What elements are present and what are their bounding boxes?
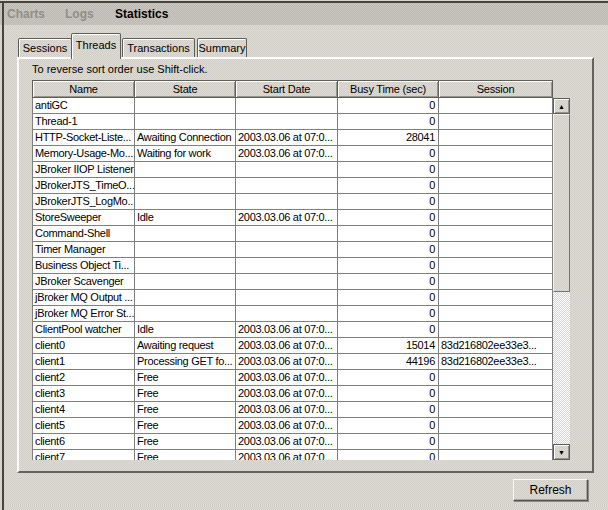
cell-busy_time: 0: [338, 258, 439, 274]
scroll-up-button[interactable]: ▲: [553, 98, 570, 114]
cell-busy_time: 0: [338, 434, 439, 450]
cell-start_date: 2003.03.06 at 07:0...: [236, 210, 338, 226]
cell-name: JBrokerJTS_TimeO...: [33, 178, 135, 194]
cell-session: [439, 418, 553, 434]
cell-name: Memory-Usage-Mo...: [33, 146, 135, 162]
cell-name: client3: [33, 386, 135, 402]
cell-state: [135, 258, 236, 274]
table-row[interactable]: Thread-10: [33, 114, 553, 130]
cell-busy_time: 15014: [338, 338, 439, 354]
table-row[interactable]: ClientPool watcherIdle2003.03.06 at 07:0…: [33, 322, 553, 338]
cell-state: Processing GET fo...: [135, 354, 236, 370]
cell-start_date: [236, 114, 338, 130]
column-header-state[interactable]: State: [135, 80, 236, 98]
table-row[interactable]: JBroker Scavenger0: [33, 274, 553, 290]
cell-busy_time: 0: [338, 210, 439, 226]
cell-start_date: 2003.03.06 at 07:0...: [236, 418, 338, 434]
cell-start_date: [236, 290, 338, 306]
column-header-name[interactable]: Name: [32, 80, 135, 98]
cell-state: Awaiting request: [135, 338, 236, 354]
cell-start_date: [236, 306, 338, 322]
table-row[interactable]: antiGC0: [33, 98, 553, 114]
cell-session: [439, 130, 553, 146]
cell-name: JBroker IIOP Listener: [33, 162, 135, 178]
cell-start_date: 2003.03.06 at 07:0...: [236, 386, 338, 402]
scroll-up-icon: ▲: [558, 103, 565, 110]
table-row[interactable]: client7Free2003.03.06 at 07:0...0: [33, 450, 553, 460]
cell-busy_time: 44196: [338, 354, 439, 370]
column-header-session[interactable]: Session: [439, 80, 553, 98]
table-row[interactable]: client1Processing GET fo...2003.03.06 at…: [33, 354, 553, 370]
table-row[interactable]: StoreSweeperIdle2003.03.06 at 07:0...0: [33, 210, 553, 226]
cell-name: client4: [33, 402, 135, 418]
top-tab-logs[interactable]: Logs: [65, 3, 94, 25]
cell-session: [439, 258, 553, 274]
table-row[interactable]: Timer Manager0: [33, 242, 553, 258]
tab-summary[interactable]: Summary: [197, 38, 247, 57]
scrollbar-thumb[interactable]: [553, 114, 570, 292]
table-row[interactable]: Business Object Ti...0: [33, 258, 553, 274]
column-header-busytime[interactable]: Busy Time (sec): [338, 80, 439, 98]
cell-busy_time: 0: [338, 242, 439, 258]
table-row[interactable]: client6Free2003.03.06 at 07:0...0: [33, 434, 553, 450]
cell-busy_time: 0: [338, 290, 439, 306]
tab-transactions[interactable]: Transactions: [122, 38, 195, 57]
cell-state: Free: [135, 370, 236, 386]
cell-session: [439, 386, 553, 402]
cell-busy_time: 0: [338, 418, 439, 434]
cell-session: [439, 450, 553, 460]
table-row[interactable]: jBroker MQ Output ...0: [33, 290, 553, 306]
cell-start_date: 2003.03.06 at 07:0...: [236, 434, 338, 450]
table-row[interactable]: JBrokerJTS_LogMo...0: [33, 194, 553, 210]
cell-start_date: [236, 258, 338, 274]
cell-state: [135, 242, 236, 258]
top-tab-statistics[interactable]: Statistics: [115, 3, 168, 25]
vertical-scrollbar[interactable]: ▲ ▼: [553, 98, 570, 460]
cell-start_date: 2003.03.06 at 07:0...: [236, 322, 338, 338]
column-header-startdate[interactable]: Start Date: [236, 80, 338, 98]
cell-busy_time: 0: [338, 274, 439, 290]
table-row[interactable]: client5Free2003.03.06 at 07:0...0: [33, 418, 553, 434]
table-row[interactable]: JBroker IIOP Listener0: [33, 162, 553, 178]
tab-threads[interactable]: Threads: [71, 33, 121, 59]
refresh-button[interactable]: Refresh: [513, 479, 588, 501]
table-row[interactable]: JBrokerJTS_TimeO...0: [33, 178, 553, 194]
cell-name: client0: [33, 338, 135, 354]
cell-start_date: 2003.03.06 at 07:0...: [236, 450, 338, 460]
table-row[interactable]: client4Free2003.03.06 at 07:0...0: [33, 402, 553, 418]
table-row[interactable]: Memory-Usage-Mo...Waiting for work2003.0…: [33, 146, 553, 162]
cell-name: Command-Shell: [33, 226, 135, 242]
cell-state: Waiting for work: [135, 146, 236, 162]
cell-session: [439, 226, 553, 242]
table-row[interactable]: HTTP-Socket-Liste...Awaiting Connection2…: [33, 130, 553, 146]
cell-busy_time: 0: [338, 226, 439, 242]
cell-session: [439, 162, 553, 178]
cell-start_date: [236, 98, 338, 114]
cell-start_date: [236, 226, 338, 242]
cell-state: [135, 162, 236, 178]
cell-start_date: 2003.03.06 at 07:0...: [236, 338, 338, 354]
cell-start_date: 2003.03.06 at 07:0...: [236, 130, 338, 146]
table-row[interactable]: client0Awaiting request2003.03.06 at 07:…: [33, 338, 553, 354]
table-row[interactable]: client3Free2003.03.06 at 07:0...0: [33, 386, 553, 402]
top-tab-charts[interactable]: Charts: [7, 3, 45, 25]
cell-state: Idle: [135, 210, 236, 226]
cell-busy_time: 28041: [338, 130, 439, 146]
window-border-top: [0, 1, 608, 3]
cell-state: Free: [135, 418, 236, 434]
cell-session: [439, 434, 553, 450]
cell-name: client7: [33, 450, 135, 460]
table-row[interactable]: client2Free2003.03.06 at 07:0...0: [33, 370, 553, 386]
cell-name: ClientPool watcher: [33, 322, 135, 338]
table-row[interactable]: Command-Shell0: [33, 226, 553, 242]
cell-state: [135, 290, 236, 306]
scroll-down-button[interactable]: ▼: [553, 444, 570, 460]
cell-name: client5: [33, 418, 135, 434]
tab-sessions[interactable]: Sessions: [18, 38, 72, 57]
cell-busy_time: 0: [338, 178, 439, 194]
cell-name: StoreSweeper: [33, 210, 135, 226]
cell-start_date: 2003.03.06 at 07:0...: [236, 354, 338, 370]
table-row[interactable]: jBroker MQ Error St...0: [33, 306, 553, 322]
cell-session: [439, 290, 553, 306]
scroll-down-icon: ▼: [558, 449, 565, 456]
